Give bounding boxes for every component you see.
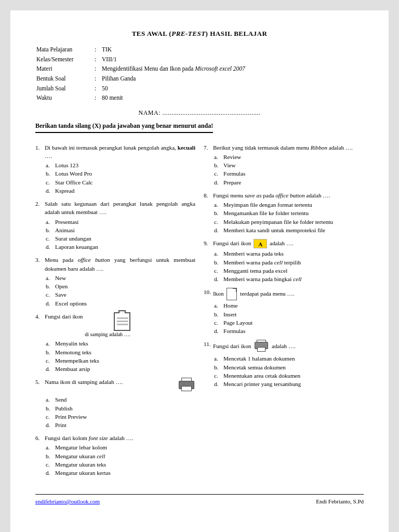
clipboard-icon	[114, 312, 130, 331]
q2-opt-d: d.Laporan keuangan	[46, 243, 195, 251]
q10-opt-d: d.Formulas	[214, 327, 364, 335]
colon1: :	[95, 45, 101, 54]
q3-opt-b: b.Open	[46, 282, 195, 290]
q10-header: 10. Ikon terdapat pada menu ….	[204, 288, 364, 300]
q9-options: a.Memberi warna pada teks b.Memberi warn…	[204, 249, 364, 283]
questions-columns: 1. Di bawah ini termasuk perangkat lunak…	[35, 143, 364, 482]
newdoc-icon	[227, 288, 237, 300]
q2-opt-c: c.Surat undangan	[46, 234, 195, 243]
page: TES AWAL (PRE-TEST) HASIL BELAJAR Mata P…	[10, 10, 389, 532]
colon6: :	[95, 94, 101, 102]
q6-num: 6.	[35, 434, 43, 442]
q5-options: a.Send b.Publish c.Print Preview d.Print	[35, 395, 195, 429]
q5-header: 5. Nama ikon di samping adalah ….	[35, 378, 195, 394]
q5-text: Nama ikon di samping adalah ….	[45, 378, 195, 394]
q4-header: 4. Fungsi dari ikon di samping adalah	[35, 312, 195, 339]
q2-opt-b: b.Animasi	[46, 226, 195, 234]
q6-opt-a: a.Mengatur lebar kolom	[46, 443, 195, 451]
q7-opt-c: c.Formulas	[214, 169, 364, 178]
q4-text: Fungsi dari ikon di samping adalah ….	[45, 312, 195, 339]
q9-opt-c: c.Mengganti tema pada excel	[214, 267, 364, 275]
right-column: 7. Berikut yang tidak termasuk dalam men…	[204, 143, 364, 482]
q3-num: 3.	[35, 256, 43, 272]
q7-text: Berikut yang tidak termasuk dalam menu R…	[213, 143, 364, 152]
highlight-icon: A	[254, 239, 267, 248]
q7-num: 7.	[204, 143, 211, 152]
printer-icon	[178, 378, 195, 394]
mata-pelajaran-value: TIK	[102, 45, 245, 54]
nama-line: NAMA: ..................................…	[35, 109, 364, 117]
q9-opt-b: b.Memberi warna pada cell terpilih	[214, 258, 364, 267]
q6-options: a.Mengatur lebar kolom b.Mengatur ukuran…	[35, 443, 195, 477]
q8-options: a.Meyimpan file dengan format tertentu b…	[204, 201, 364, 234]
question-10: 10. Ikon terdapat pada menu …. a.Home b.…	[204, 288, 364, 335]
q2-options: a.Presentasi b.Animasi c.Surat undangan …	[35, 218, 195, 251]
q8-opt-c: c.Melakukan penyimpanan file ke folder t…	[214, 218, 364, 226]
footer: endifebrianto@outlook.com Endi Febrianto…	[35, 494, 364, 506]
q8-opt-b: b.Mengamankan file ke folder tertentu	[214, 209, 364, 217]
jumlah-value: 50	[102, 84, 245, 93]
colon4: :	[95, 74, 101, 83]
question-6: 6. Fungsi dari kolom font size adalah ….…	[35, 434, 195, 477]
question-1: 1. Di bawah ini termasuk perangkat lunak…	[35, 143, 195, 195]
q8-opt-d: d.Memberi kata sandi untuk memproteksi f…	[214, 226, 364, 234]
q11-opt-c: c.Menentukan area cetak dokumen	[214, 371, 364, 380]
page-title: TES AWAL (PRE-TEST) HASIL BELAJAR	[35, 29, 364, 39]
footer-author: Endi Febrianto, S.Pd	[316, 498, 364, 506]
q11-header: 11. Fungsi dari ikon adalah ….	[204, 340, 364, 353]
q6-opt-d: d.Mengatur ukuran kertas	[46, 469, 195, 477]
question-2: 2. Salah satu kegunaan dari perangkat lu…	[35, 200, 195, 251]
q2-num: 2.	[35, 200, 43, 216]
q7-opt-d: d.Prepare	[214, 178, 364, 187]
q11-opt-a: a.Mencetak 1 halaman dokumen	[214, 354, 364, 363]
q6-opt-c: c.Mengatur ukuran teks	[46, 460, 195, 469]
q2-opt-a: a.Presentasi	[46, 218, 195, 226]
kelas-value: VIII/1	[102, 55, 245, 64]
footer-email[interactable]: endifebrianto@outlook.com	[35, 498, 100, 506]
q10-opt-a: a.Home	[214, 301, 364, 310]
jumlah-label: Jumlah Soal	[36, 84, 94, 93]
q7-options: a.Review b.View c.Formulas d.Prepare	[204, 153, 364, 187]
mata-pelajaran-label: Mata Pelajaran	[36, 45, 94, 54]
question-4: 4. Fungsi dari ikon di samping adalah	[35, 312, 195, 373]
q3-opt-d: d.Excel options	[46, 299, 195, 308]
q5-num: 5.	[35, 378, 43, 386]
q4-opt-b: b.Memotong teks	[46, 348, 195, 356]
q11-opt-b: b.Mencetak semua dokumen	[214, 363, 364, 371]
left-column: 1. Di bawah ini termasuk perangkat lunak…	[35, 143, 195, 482]
q10-opt-c: c.Page Layout	[214, 318, 364, 327]
waktu-label: Waktu	[36, 94, 94, 102]
question-8: 8. Fungsi menu save as pada office butto…	[204, 191, 364, 234]
q11-text: Fungsi dari ikon adalah ….	[213, 340, 364, 353]
q11-num: 11.	[204, 340, 211, 353]
q7-opt-a: a.Review	[214, 153, 364, 161]
q10-options: a.Home b.Insert c.Page Layout d.Formulas	[204, 301, 364, 335]
q1-opt-a: a.Lotus 123	[46, 161, 195, 169]
q8-opt-a: a.Meyimpan file dengan format tertentu	[214, 201, 364, 209]
instruction-text: Berikan tanda silang (X) pada jawaban ya…	[35, 122, 213, 132]
q9-header: 9. Fungsi dari ikon A adalah ….	[204, 239, 364, 248]
q5-opt-d: d.Print	[46, 421, 195, 429]
q7-header: 7. Berikut yang tidak termasuk dalam men…	[204, 143, 364, 152]
q9-opt-d: d.Memberi warna pada bingkai cell	[214, 275, 364, 283]
q10-opt-b: b.Insert	[214, 310, 364, 318]
q6-header: 6. Fungsi dari kolom font size adalah ….	[35, 434, 195, 442]
q9-num: 9.	[204, 239, 211, 248]
question-5: 5. Nama ikon di samping adalah …. a.Send…	[35, 378, 195, 429]
question-3: 3. Menu pada office button yang berfungs…	[35, 256, 195, 307]
info-table: Mata Pelajaran : TIK Kelas/Semester : VI…	[35, 44, 246, 103]
colon5: :	[95, 84, 101, 93]
q4-opt-a: a.Menyalin teks	[46, 339, 195, 348]
bentuk-value: Pilihan Ganda	[102, 74, 245, 83]
instruction-container: Berikan tanda silang (X) pada jawaban ya…	[35, 122, 364, 138]
materi-value: Mengidentifikasi Menu dan Ikon pada Micr…	[102, 64, 245, 73]
q6-text: Fungsi dari kolom font size adalah ….	[45, 434, 195, 442]
title-main: TES AWAL (PRE-TEST) HASIL BELAJAR	[132, 30, 268, 37]
print2-icon	[254, 340, 269, 353]
q1-num: 1.	[35, 143, 43, 160]
q4-num: 4.	[35, 312, 43, 321]
q2-text: Salah satu kegunaan dari perangkat lunak…	[45, 200, 195, 216]
q9-opt-a: a.Memberi warna pada teks	[214, 249, 364, 258]
materi-label: Materi	[36, 64, 94, 73]
q4-opt-c: c.Menempelkan teks	[46, 356, 195, 365]
